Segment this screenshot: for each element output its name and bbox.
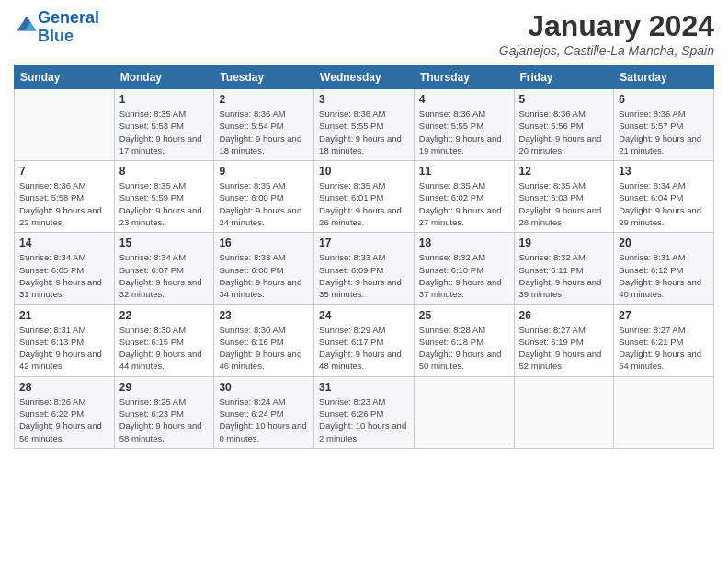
day-number: 17 bbox=[319, 236, 409, 249]
day-number: 11 bbox=[419, 165, 509, 178]
day-info: Sunrise: 8:35 AMSunset: 6:00 PMDaylight:… bbox=[219, 180, 301, 227]
logo: General Blue bbox=[14, 9, 99, 46]
calendar-cell: 27Sunrise: 8:27 AMSunset: 6:21 PMDayligh… bbox=[614, 304, 714, 376]
calendar-cell: 3Sunrise: 8:36 AMSunset: 5:55 PMDaylight… bbox=[314, 89, 415, 161]
calendar-cell: 20Sunrise: 8:31 AMSunset: 6:12 PMDayligh… bbox=[614, 233, 714, 304]
day-info: Sunrise: 8:35 AMSunset: 6:01 PMDaylight:… bbox=[319, 180, 402, 227]
day-number: 28 bbox=[19, 381, 109, 394]
day-info: Sunrise: 8:23 AMSunset: 6:26 PMDaylight:… bbox=[319, 396, 406, 443]
day-number: 9 bbox=[219, 165, 309, 178]
day-number: 15 bbox=[119, 236, 210, 249]
calendar-cell: 24Sunrise: 8:29 AMSunset: 6:17 PMDayligh… bbox=[314, 304, 415, 376]
month-title: January 2024 bbox=[499, 9, 714, 43]
calendar-cell: 11Sunrise: 8:35 AMSunset: 6:02 PMDayligh… bbox=[414, 161, 514, 233]
calendar-cell: 7Sunrise: 8:36 AMSunset: 5:58 PMDaylight… bbox=[15, 161, 115, 233]
day-info: Sunrise: 8:36 AMSunset: 5:58 PMDaylight:… bbox=[19, 180, 102, 227]
calendar-cell: 19Sunrise: 8:32 AMSunset: 6:11 PMDayligh… bbox=[514, 233, 614, 304]
day-number: 31 bbox=[319, 381, 409, 394]
calendar-cell bbox=[514, 376, 614, 448]
day-info: Sunrise: 8:36 AMSunset: 5:54 PMDaylight:… bbox=[219, 109, 301, 155]
day-info: Sunrise: 8:34 AMSunset: 6:07 PMDaylight:… bbox=[119, 252, 202, 299]
col-tuesday: Tuesday bbox=[214, 66, 314, 89]
calendar-cell: 31Sunrise: 8:23 AMSunset: 6:26 PMDayligh… bbox=[314, 376, 415, 448]
logo-text: General Blue bbox=[38, 9, 99, 46]
day-number: 19 bbox=[519, 236, 609, 249]
day-number: 6 bbox=[619, 93, 709, 106]
day-number: 18 bbox=[419, 236, 509, 249]
calendar-week-5: 28Sunrise: 8:26 AMSunset: 6:22 PMDayligh… bbox=[15, 376, 714, 448]
page-container: General Blue January 2024 Gajanejos, Cas… bbox=[0, 0, 728, 458]
col-sunday: Sunday bbox=[15, 66, 115, 89]
calendar-cell: 18Sunrise: 8:32 AMSunset: 6:10 PMDayligh… bbox=[414, 233, 514, 304]
header: General Blue January 2024 Gajanejos, Cas… bbox=[14, 9, 714, 58]
day-info: Sunrise: 8:34 AMSunset: 6:04 PMDaylight:… bbox=[619, 180, 701, 227]
day-info: Sunrise: 8:33 AMSunset: 6:08 PMDaylight:… bbox=[219, 252, 301, 299]
calendar-cell: 30Sunrise: 8:24 AMSunset: 6:24 PMDayligh… bbox=[214, 376, 314, 448]
day-number: 20 bbox=[619, 236, 709, 249]
day-number: 26 bbox=[519, 309, 609, 322]
day-info: Sunrise: 8:36 AMSunset: 5:55 PMDaylight:… bbox=[419, 109, 502, 155]
calendar-cell: 13Sunrise: 8:34 AMSunset: 6:04 PMDayligh… bbox=[614, 161, 714, 233]
col-thursday: Thursday bbox=[414, 66, 514, 89]
day-number: 29 bbox=[119, 381, 210, 394]
day-number: 14 bbox=[19, 236, 109, 249]
day-number: 16 bbox=[219, 236, 309, 249]
calendar-cell: 22Sunrise: 8:30 AMSunset: 6:15 PMDayligh… bbox=[114, 304, 214, 376]
calendar-cell: 1Sunrise: 8:35 AMSunset: 5:53 PMDaylight… bbox=[114, 89, 214, 161]
calendar-table: Sunday Monday Tuesday Wednesday Thursday… bbox=[14, 65, 714, 449]
calendar-cell: 26Sunrise: 8:27 AMSunset: 6:19 PMDayligh… bbox=[514, 304, 614, 376]
day-info: Sunrise: 8:36 AMSunset: 5:56 PMDaylight:… bbox=[519, 109, 602, 155]
day-number: 30 bbox=[219, 381, 309, 394]
calendar-cell bbox=[414, 376, 514, 448]
day-info: Sunrise: 8:31 AMSunset: 6:13 PMDaylight:… bbox=[19, 325, 102, 372]
col-saturday: Saturday bbox=[614, 66, 714, 89]
day-info: Sunrise: 8:25 AMSunset: 6:23 PMDaylight:… bbox=[119, 396, 202, 443]
calendar-cell: 10Sunrise: 8:35 AMSunset: 6:01 PMDayligh… bbox=[314, 161, 415, 233]
calendar-cell: 15Sunrise: 8:34 AMSunset: 6:07 PMDayligh… bbox=[114, 233, 214, 304]
day-number: 3 bbox=[319, 93, 409, 106]
day-number: 27 bbox=[619, 309, 709, 322]
calendar-cell: 25Sunrise: 8:28 AMSunset: 6:18 PMDayligh… bbox=[414, 304, 514, 376]
calendar-week-4: 21Sunrise: 8:31 AMSunset: 6:13 PMDayligh… bbox=[15, 304, 714, 376]
day-info: Sunrise: 8:35 AMSunset: 6:03 PMDaylight:… bbox=[519, 180, 602, 227]
day-info: Sunrise: 8:28 AMSunset: 6:18 PMDaylight:… bbox=[419, 325, 502, 372]
calendar-week-3: 14Sunrise: 8:34 AMSunset: 6:05 PMDayligh… bbox=[15, 233, 714, 304]
title-block: January 2024 Gajanejos, Castille-La Manc… bbox=[499, 9, 714, 58]
day-info: Sunrise: 8:36 AMSunset: 5:57 PMDaylight:… bbox=[619, 109, 701, 155]
calendar-cell: 21Sunrise: 8:31 AMSunset: 6:13 PMDayligh… bbox=[15, 304, 115, 376]
calendar-cell: 28Sunrise: 8:26 AMSunset: 6:22 PMDayligh… bbox=[15, 376, 115, 448]
header-row: Sunday Monday Tuesday Wednesday Thursday… bbox=[15, 66, 714, 89]
day-number: 7 bbox=[19, 165, 109, 178]
calendar-cell bbox=[614, 376, 714, 448]
calendar-cell: 2Sunrise: 8:36 AMSunset: 5:54 PMDaylight… bbox=[214, 89, 314, 161]
day-info: Sunrise: 8:35 AMSunset: 6:02 PMDaylight:… bbox=[419, 180, 502, 227]
location: Gajanejos, Castille-La Mancha, Spain bbox=[499, 43, 714, 58]
day-number: 5 bbox=[519, 93, 609, 106]
day-number: 23 bbox=[219, 309, 309, 322]
day-info: Sunrise: 8:24 AMSunset: 6:24 PMDaylight:… bbox=[219, 396, 306, 443]
day-info: Sunrise: 8:34 AMSunset: 6:05 PMDaylight:… bbox=[19, 252, 102, 299]
day-info: Sunrise: 8:30 AMSunset: 6:15 PMDaylight:… bbox=[119, 325, 202, 372]
day-number: 1 bbox=[119, 93, 210, 106]
calendar-week-1: 1Sunrise: 8:35 AMSunset: 5:53 PMDaylight… bbox=[15, 89, 714, 161]
calendar-cell: 12Sunrise: 8:35 AMSunset: 6:03 PMDayligh… bbox=[514, 161, 614, 233]
day-number: 21 bbox=[19, 309, 109, 322]
day-number: 12 bbox=[519, 165, 609, 178]
day-info: Sunrise: 8:27 AMSunset: 6:21 PMDaylight:… bbox=[619, 325, 701, 372]
col-friday: Friday bbox=[514, 66, 614, 89]
day-number: 4 bbox=[419, 93, 509, 106]
day-info: Sunrise: 8:32 AMSunset: 6:10 PMDaylight:… bbox=[419, 252, 502, 299]
day-info: Sunrise: 8:35 AMSunset: 5:59 PMDaylight:… bbox=[119, 180, 202, 227]
day-info: Sunrise: 8:30 AMSunset: 6:16 PMDaylight:… bbox=[219, 325, 301, 372]
day-info: Sunrise: 8:27 AMSunset: 6:19 PMDaylight:… bbox=[519, 325, 602, 372]
calendar-cell: 6Sunrise: 8:36 AMSunset: 5:57 PMDaylight… bbox=[614, 89, 714, 161]
day-number: 22 bbox=[119, 309, 210, 322]
calendar-cell bbox=[15, 89, 115, 161]
day-number: 24 bbox=[319, 309, 409, 322]
day-info: Sunrise: 8:35 AMSunset: 5:53 PMDaylight:… bbox=[119, 109, 202, 155]
day-number: 25 bbox=[419, 309, 509, 322]
calendar-cell: 29Sunrise: 8:25 AMSunset: 6:23 PMDayligh… bbox=[114, 376, 214, 448]
day-info: Sunrise: 8:29 AMSunset: 6:17 PMDaylight:… bbox=[319, 325, 402, 372]
calendar-cell: 16Sunrise: 8:33 AMSunset: 6:08 PMDayligh… bbox=[214, 233, 314, 304]
calendar-cell: 8Sunrise: 8:35 AMSunset: 5:59 PMDaylight… bbox=[114, 161, 214, 233]
